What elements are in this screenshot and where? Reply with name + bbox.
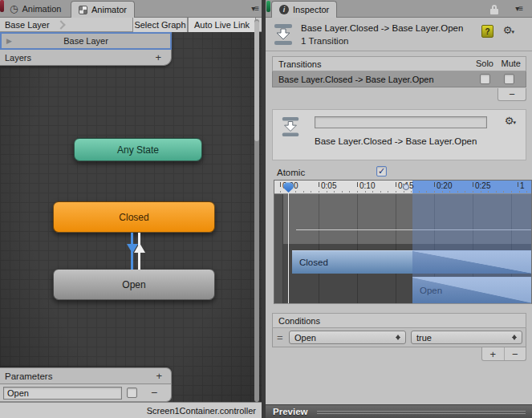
controller-status-bar: Screen1Container.controller bbox=[0, 402, 262, 418]
clock-icon: ◷ bbox=[10, 4, 18, 14]
transition-list-row[interactable]: Base Layer.Closed -> Base Layer.Open bbox=[272, 71, 526, 87]
layers-label: Layers bbox=[0, 53, 31, 63]
ruler-tick bbox=[280, 182, 281, 187]
state-node-any-state[interactable]: Any State bbox=[74, 138, 202, 161]
playhead-line bbox=[288, 192, 289, 304]
inspector-tab-bar: i Inspector ▾≡ bbox=[266, 0, 532, 18]
tab-inspector-label: Inspector bbox=[293, 5, 329, 14]
transition-name-input[interactable] bbox=[315, 116, 487, 128]
caret-down-icon: ▾ bbox=[513, 120, 516, 126]
condition-value: true bbox=[416, 333, 432, 343]
remove-condition-button[interactable]: − bbox=[505, 347, 526, 360]
condition-parameter-value: Open bbox=[294, 333, 316, 343]
mute-column-label: Mute bbox=[502, 59, 521, 68]
state-node-open[interactable]: Open bbox=[53, 269, 215, 300]
transition-region-highlight[interactable] bbox=[412, 194, 532, 304]
drag-handle-icon[interactable]: = bbox=[277, 331, 283, 343]
animator-toolbar: Base Layer Select Graph Auto Live Link bbox=[0, 18, 262, 32]
breadcrumb[interactable]: Base Layer bbox=[0, 20, 64, 30]
preview-label: Preview bbox=[273, 407, 307, 416]
graph-vertical-scrollbar[interactable] bbox=[254, 19, 259, 402]
breadcrumb-chevron-icon bbox=[56, 20, 65, 29]
unity-editor-window: ◷ Animation Animator ▾≡ Base Layer Selec… bbox=[0, 0, 532, 418]
transition-count: 1 Transition bbox=[301, 36, 348, 46]
ruler-tick bbox=[518, 182, 518, 187]
conditions-section-header: Conditions bbox=[272, 313, 526, 328]
transition-title: Base Layer.Closed -> Base Layer.Open bbox=[301, 23, 463, 33]
inspector-pane-menu-icon[interactable]: ▾≡ bbox=[515, 4, 522, 13]
caret-down-icon: ▾ bbox=[511, 29, 514, 35]
animator-panel: ◷ Animation Animator ▾≡ Base Layer Selec… bbox=[0, 0, 262, 418]
ruler-minor-ticks bbox=[280, 191, 532, 193]
animator-tab-bar: ◷ Animation Animator ▾≡ bbox=[0, 0, 262, 18]
ruler-tick-label: 0:25 bbox=[475, 181, 490, 190]
window-edge-marker-green bbox=[266, 1, 270, 12]
transitions-section-header: Transitions Solo Mute bbox=[272, 56, 526, 71]
controller-path-label: Screen1Container.controller bbox=[147, 406, 256, 416]
header-gear-button[interactable]: ⚙ ▾ bbox=[503, 25, 514, 35]
pane-menu-icon[interactable]: ▾≡ bbox=[251, 4, 258, 13]
closed-label: Closed bbox=[119, 212, 148, 223]
transition-timeline[interactable]: Closed Open 0:00 0:05 0:10 bbox=[274, 180, 532, 304]
conditions-footer: + − bbox=[481, 347, 526, 361]
ruler-tick-label: 1 bbox=[520, 181, 525, 190]
layer-row-base-layer[interactable]: ▶ Base Layer bbox=[0, 32, 172, 50]
condition-value-dropdown[interactable]: true bbox=[411, 331, 522, 344]
conditions-section: Conditions = Open true + − bbox=[272, 313, 526, 347]
atomic-checkbox[interactable]: ✓ bbox=[376, 166, 387, 177]
window-edge-marker bbox=[0, 0, 4, 12]
mute-checkbox[interactable] bbox=[504, 74, 514, 84]
transition-detail-box: ⚙ ▾ Base Layer.Closed -> Base Layer.Open bbox=[272, 109, 526, 160]
detail-gear-button[interactable]: ⚙ ▾ bbox=[505, 116, 516, 126]
any-state-label: Any State bbox=[117, 144, 159, 156]
transition-arrowhead-up-icon bbox=[134, 243, 145, 253]
parameters-label: Parameters bbox=[0, 371, 52, 381]
transition-icon-small bbox=[281, 115, 300, 139]
ruler-tick bbox=[357, 182, 358, 187]
ruler-tick-label: 0:10 bbox=[359, 181, 375, 190]
info-icon: i bbox=[279, 5, 289, 14]
open-label: Open bbox=[122, 279, 145, 290]
play-triangle-icon: ▶ bbox=[6, 37, 12, 45]
select-graph-button[interactable]: Select Graph bbox=[132, 18, 188, 32]
solo-checkbox[interactable] bbox=[480, 74, 490, 84]
timeline-body: Closed Open bbox=[274, 194, 532, 304]
transitions-title: Transitions bbox=[273, 59, 321, 69]
condition-parameter-dropdown[interactable]: Open bbox=[289, 331, 406, 344]
transitions-section: Transitions Solo Mute Base Layer.Closed … bbox=[272, 56, 526, 87]
tab-animator-label: Animator bbox=[91, 5, 127, 14]
transition-icon bbox=[273, 22, 294, 47]
add-condition-button[interactable]: + bbox=[482, 347, 504, 360]
ruler-tick-label: 0:05 bbox=[321, 181, 336, 190]
state-node-closed[interactable]: Closed bbox=[53, 201, 215, 233]
ruler-tick-label: 0:20 bbox=[437, 181, 452, 190]
atomic-label: Atomic bbox=[277, 168, 305, 177]
parameter-row: − bbox=[0, 384, 172, 402]
help-icon[interactable]: ? bbox=[481, 25, 493, 38]
preview-bar[interactable]: Preview bbox=[266, 404, 532, 418]
transition-row-label: Base Layer.Closed -> Base Layer.Open bbox=[273, 75, 434, 84]
tab-animation-label: Animation bbox=[22, 4, 61, 14]
transition-detail-label: Base Layer.Closed -> Base Layer.Open bbox=[315, 136, 477, 146]
layers-header[interactable]: Layers + bbox=[0, 50, 172, 66]
parameter-bool-checkbox[interactable] bbox=[127, 388, 137, 398]
remove-parameter-button[interactable]: − bbox=[151, 386, 157, 399]
ruler-tick bbox=[319, 182, 319, 187]
tab-inspector[interactable]: i Inspector bbox=[271, 1, 337, 18]
timeline-ruler[interactable]: 0:00 0:05 0:10 0:15 0:20 0:25 1 bbox=[274, 181, 532, 194]
tab-animator[interactable]: Animator bbox=[71, 1, 135, 18]
scrollbar-thumb[interactable] bbox=[254, 21, 259, 141]
preview-drag-handle[interactable] bbox=[317, 411, 526, 414]
inspector-panel: i Inspector ▾≡ Base Layer.Closed -> Base… bbox=[266, 0, 532, 418]
add-parameter-button[interactable]: + bbox=[156, 370, 162, 382]
animator-icon bbox=[79, 6, 87, 14]
parameter-name-input[interactable] bbox=[3, 387, 122, 400]
remove-transition-button[interactable]: − bbox=[497, 88, 526, 101]
add-layer-button[interactable]: + bbox=[155, 51, 161, 63]
tab-animation[interactable]: ◷ Animation bbox=[5, 0, 66, 18]
lock-icon[interactable] bbox=[490, 5, 498, 14]
auto-live-link-button[interactable]: Auto Live Link bbox=[188, 18, 256, 32]
check-icon: ✓ bbox=[378, 167, 385, 176]
parameters-header[interactable]: Parameters + bbox=[0, 367, 172, 384]
transition-start-marker[interactable] bbox=[403, 184, 409, 190]
